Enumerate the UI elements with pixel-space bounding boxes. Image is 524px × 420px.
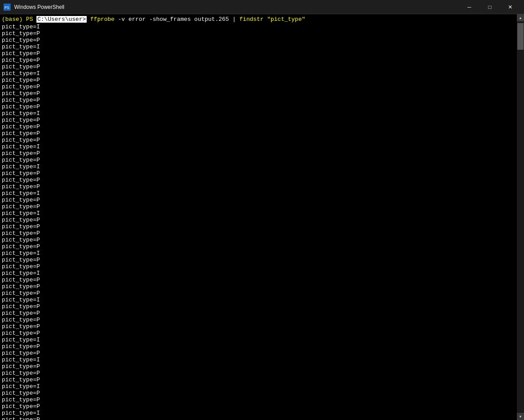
- terminal-content: (base) PS C:\Users\user> ffprobe -v erro…: [0, 14, 517, 420]
- terminal-area[interactable]: (base) PS C:\Users\user> ffprobe -v erro…: [0, 14, 524, 420]
- output-line: pict_type=P: [2, 123, 515, 130]
- output-line: pict_type=P: [2, 416, 515, 420]
- output-line: pict_type=P: [2, 177, 515, 183]
- output-line: pict_type=P: [2, 223, 515, 230]
- cmd-show-frames: -show_frames: [146, 16, 194, 23]
- output-line: pict_type=I: [2, 297, 515, 303]
- output-line: pict_type=P: [2, 283, 515, 290]
- output-line: pict_type=P: [2, 230, 515, 237]
- output-line: pict_type=I: [2, 337, 515, 343]
- svg-text:PS: PS: [4, 6, 9, 10]
- cmd-pict-arg: "pict_type": [264, 16, 305, 23]
- output-line: pict_type=P: [2, 183, 515, 190]
- output-line: pict_type=P: [2, 310, 515, 317]
- output-line: pict_type=P: [2, 363, 515, 370]
- output-line: pict_type=P: [2, 197, 515, 203]
- scrollbar[interactable]: ▲ ▼: [517, 14, 524, 420]
- output-line: pict_type=I: [2, 24, 515, 30]
- output-line: pict_type=P: [2, 317, 515, 323]
- output-line: pict_type=I: [2, 410, 515, 416]
- output-line: pict_type=P: [2, 83, 515, 90]
- output-line: pict_type=P: [2, 403, 515, 410]
- maximize-button[interactable]: □: [480, 0, 500, 14]
- output-line: pict_type=P: [2, 237, 515, 243]
- output-line: pict_type=P: [2, 323, 515, 330]
- command-line: (base) PS C:\Users\user> ffprobe -v erro…: [2, 16, 515, 23]
- window-title: Windows PowerShell: [14, 4, 64, 10]
- output-line: pict_type=I: [2, 190, 515, 197]
- output-line: pict_type=P: [2, 263, 515, 270]
- output-line: pict_type=P: [2, 157, 515, 163]
- output-line: pict_type=I: [2, 270, 515, 277]
- output-line: pict_type=P: [2, 130, 515, 137]
- output-line: pict_type=I: [2, 250, 515, 257]
- output-line: pict_type=P: [2, 370, 515, 376]
- output-line: pict_type=P: [2, 77, 515, 83]
- output-line: pict_type=P: [2, 37, 515, 44]
- cmd-output-file: output.265: [194, 16, 229, 23]
- cmd-error-word: error: [128, 16, 146, 23]
- output-container: pict_type=Ipict_type=Ppict_type=Ppict_ty…: [2, 24, 515, 420]
- output-line: pict_type=I: [2, 70, 515, 77]
- output-line: pict_type=P: [2, 50, 515, 57]
- output-line: pict_type=I: [2, 110, 515, 117]
- output-line: pict_type=P: [2, 350, 515, 357]
- output-line: pict_type=P: [2, 277, 515, 283]
- output-line: pict_type=I: [2, 210, 515, 217]
- output-line: pict_type=P: [2, 243, 515, 250]
- output-line: pict_type=P: [2, 203, 515, 210]
- scroll-down-button[interactable]: ▼: [517, 413, 524, 420]
- output-line: pict_type=P: [2, 376, 515, 383]
- output-line: pict_type=P: [2, 290, 515, 297]
- powershell-icon: PS: [4, 4, 11, 11]
- close-button[interactable]: ✕: [500, 0, 520, 14]
- scroll-thumb[interactable]: [517, 23, 524, 50]
- output-line: pict_type=P: [2, 390, 515, 396]
- cmd-ffprobe: ffprobe: [87, 16, 114, 23]
- titlebar-left: PS Windows PowerShell: [4, 4, 64, 11]
- output-line: pict_type=P: [2, 30, 515, 37]
- output-line: pict_type=P: [2, 63, 515, 70]
- output-line: pict_type=I: [2, 163, 515, 170]
- output-line: pict_type=P: [2, 90, 515, 97]
- minimize-button[interactable]: ─: [459, 0, 480, 14]
- output-line: pict_type=P: [2, 257, 515, 263]
- output-line: pict_type=P: [2, 217, 515, 223]
- powershell-window: PS Windows PowerShell ─ □ ✕ (base) PS C:…: [0, 0, 524, 420]
- scroll-up-button[interactable]: ▲: [517, 14, 524, 21]
- output-line: pict_type=P: [2, 117, 515, 123]
- titlebar: PS Windows PowerShell ─ □ ✕: [0, 0, 524, 14]
- output-line: pict_type=P: [2, 57, 515, 63]
- output-line: pict_type=I: [2, 383, 515, 390]
- output-line: pict_type=I: [2, 143, 515, 150]
- cmd-pipe: |: [229, 16, 239, 23]
- prompt-path: C:\Users\user>: [36, 16, 87, 23]
- output-line: pict_type=P: [2, 303, 515, 310]
- output-line: pict_type=P: [2, 103, 515, 110]
- cmd-v-flag: -v: [115, 16, 128, 23]
- window-controls: ─ □ ✕: [459, 0, 520, 14]
- output-line: pict_type=P: [2, 170, 515, 177]
- prompt-base: (base) PS: [2, 16, 36, 23]
- cmd-findstr: findstr: [240, 16, 264, 23]
- output-line: pict_type=P: [2, 343, 515, 350]
- output-line: pict_type=P: [2, 150, 515, 157]
- output-line: pict_type=I: [2, 357, 515, 363]
- output-line: pict_type=P: [2, 137, 515, 143]
- output-line: pict_type=P: [2, 396, 515, 403]
- output-line: pict_type=P: [2, 330, 515, 337]
- output-line: pict_type=P: [2, 97, 515, 103]
- output-line: pict_type=I: [2, 44, 515, 50]
